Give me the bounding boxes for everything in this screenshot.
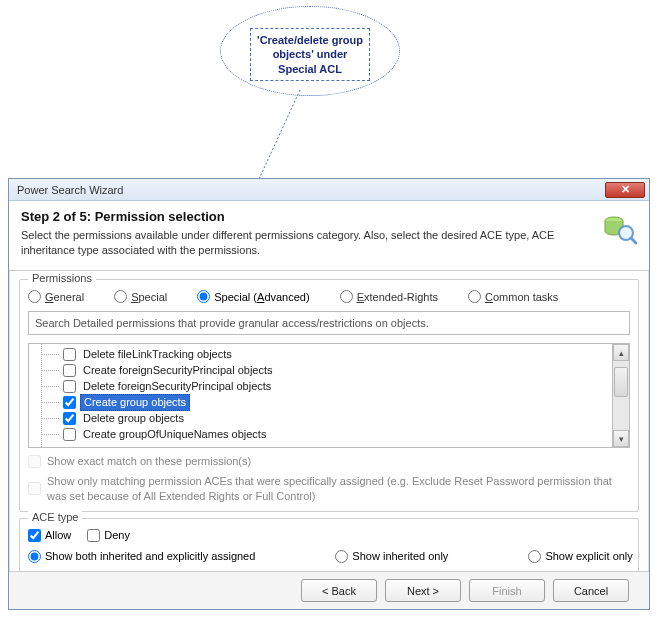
tree-item-label: Delete foreignSecurityPrincipal objects: [80, 379, 274, 394]
annotation-callout: 'Create/delete group objects' under Spec…: [220, 6, 400, 96]
option-matching-aces-label: Show only matching permission ACEs that …: [47, 474, 630, 503]
scroll-track[interactable]: [613, 361, 629, 430]
radio-extended-rights-label: Extended-Rights: [357, 291, 438, 303]
callout-line2: objects' under: [257, 47, 363, 61]
radio-special-label: Special: [131, 291, 167, 303]
radio-special-advanced-label: Special (Advanced): [214, 291, 309, 303]
category-radio-row: General Special Special (Advanced) Exten…: [28, 290, 630, 303]
tree-item[interactable]: Delete foreignSecurityPrincipal objects: [51, 378, 612, 394]
radio-show-inherited-label: Show inherited only: [352, 550, 448, 562]
tree-item-label: Create foreignSecurityPrincipal objects: [80, 363, 276, 378]
finish-button: Finish: [469, 579, 545, 602]
radio-show-both-label: Show both inherited and explicitly assig…: [45, 550, 255, 562]
tree-item-checkbox[interactable]: [63, 348, 76, 361]
allow-label: Allow: [45, 529, 71, 541]
deny-checkbox[interactable]: [87, 529, 100, 542]
inheritance-radio-row: Show both inherited and explicitly assig…: [28, 550, 630, 563]
radio-special-advanced-input[interactable]: [197, 290, 210, 303]
radio-special-advanced[interactable]: Special (Advanced): [197, 290, 309, 303]
permission-search[interactable]: Search Detailed permissions that provide…: [28, 311, 630, 335]
radio-extended-rights[interactable]: Extended-Rights: [340, 290, 438, 303]
tree-item-checkbox[interactable]: [63, 364, 76, 377]
callout-text: 'Create/delete group objects' under Spec…: [250, 28, 370, 81]
radio-general[interactable]: General: [28, 290, 84, 303]
tree-item-label: Create groupOfUniqueNames objects: [80, 427, 269, 442]
allow-checkbox-item[interactable]: Allow: [28, 529, 71, 542]
titlebar: Power Search Wizard ✕: [9, 179, 649, 201]
option-exact-match-label: Show exact match on these permission(s): [47, 454, 630, 468]
radio-common-tasks-input[interactable]: [468, 290, 481, 303]
radio-general-input[interactable]: [28, 290, 41, 303]
tree-item-checkbox[interactable]: [63, 380, 76, 393]
permission-search-placeholder: Search Detailed permissions that provide…: [35, 317, 429, 329]
permissions-group: Permissions General Special Special (Adv…: [19, 279, 639, 512]
radio-show-both[interactable]: Show both inherited and explicitly assig…: [28, 550, 255, 563]
radio-common-tasks[interactable]: Common tasks: [468, 290, 558, 303]
back-button[interactable]: < Back: [301, 579, 377, 602]
permission-tree-wrap: Delete fileLinkTracking objectsCreate fo…: [28, 343, 630, 448]
wizard-window: Power Search Wizard ✕ Step 2 of 5: Permi…: [8, 178, 650, 610]
radio-show-explicit-input[interactable]: [528, 550, 541, 563]
next-button[interactable]: Next >: [385, 579, 461, 602]
close-icon: ✕: [621, 184, 630, 195]
window-title: Power Search Wizard: [17, 184, 605, 196]
tree-item-checkbox[interactable]: [63, 428, 76, 441]
tree-item-label: Delete fileLinkTracking objects: [80, 347, 235, 362]
step-title: Step 2 of 5: Permission selection: [21, 209, 637, 224]
option-matching-aces-checkbox: [28, 482, 41, 495]
deny-label: Deny: [104, 529, 130, 541]
scroll-thumb[interactable]: [614, 367, 628, 397]
callout-line1: 'Create/delete group: [257, 33, 363, 47]
close-button[interactable]: ✕: [605, 182, 645, 198]
scroll-down-button[interactable]: ▾: [613, 430, 629, 447]
radio-show-inherited[interactable]: Show inherited only: [335, 550, 448, 563]
permissions-legend: Permissions: [28, 272, 96, 284]
radio-general-label: General: [45, 291, 84, 303]
radio-extended-rights-input[interactable]: [340, 290, 353, 303]
ace-legend: ACE type: [28, 511, 82, 523]
tree-scrollbar[interactable]: ▴ ▾: [612, 344, 629, 447]
permission-tree[interactable]: Delete fileLinkTracking objectsCreate fo…: [29, 344, 612, 447]
ace-type-group: ACE type Allow Deny Show both inherited …: [19, 518, 639, 572]
tree-item[interactable]: Create foreignSecurityPrincipal objects: [51, 362, 612, 378]
tree-item[interactable]: Create groupOfUniqueNames objects: [51, 426, 612, 442]
allow-checkbox[interactable]: [28, 529, 41, 542]
tree-item[interactable]: Delete group objects: [51, 410, 612, 426]
option-exact-match: Show exact match on these permission(s): [28, 454, 630, 468]
cancel-button[interactable]: Cancel: [553, 579, 629, 602]
callout-line3: Special ACL: [257, 62, 363, 76]
tree-item[interactable]: Delete fileLinkTracking objects: [51, 346, 612, 362]
step-subtitle: Select the permissions available under d…: [21, 228, 561, 258]
radio-show-both-input[interactable]: [28, 550, 41, 563]
tree-item-label: Delete group objects: [80, 411, 187, 426]
radio-show-inherited-input[interactable]: [335, 550, 348, 563]
scroll-up-button[interactable]: ▴: [613, 344, 629, 361]
tree-item-checkbox[interactable]: [63, 412, 76, 425]
option-matching-aces: Show only matching permission ACEs that …: [28, 474, 630, 503]
deny-checkbox-item[interactable]: Deny: [87, 529, 130, 542]
option-exact-match-checkbox: [28, 455, 41, 468]
button-bar: < Back Next > Finish Cancel: [9, 571, 649, 609]
ace-allow-deny-row: Allow Deny: [28, 529, 630, 542]
radio-show-explicit-label: Show explicit only: [545, 550, 632, 562]
tree-item-checkbox[interactable]: [63, 396, 76, 409]
radio-special-input[interactable]: [114, 290, 127, 303]
svg-line-3: [631, 238, 636, 243]
search-db-icon: [601, 213, 637, 249]
wizard-header: Step 2 of 5: Permission selection Select…: [9, 201, 649, 271]
radio-common-tasks-label: Common tasks: [485, 291, 558, 303]
tree-item[interactable]: Create group objects: [51, 394, 612, 410]
radio-special[interactable]: Special: [114, 290, 167, 303]
radio-show-explicit[interactable]: Show explicit only: [528, 550, 632, 563]
tree-item-label: Create group objects: [80, 394, 190, 411]
